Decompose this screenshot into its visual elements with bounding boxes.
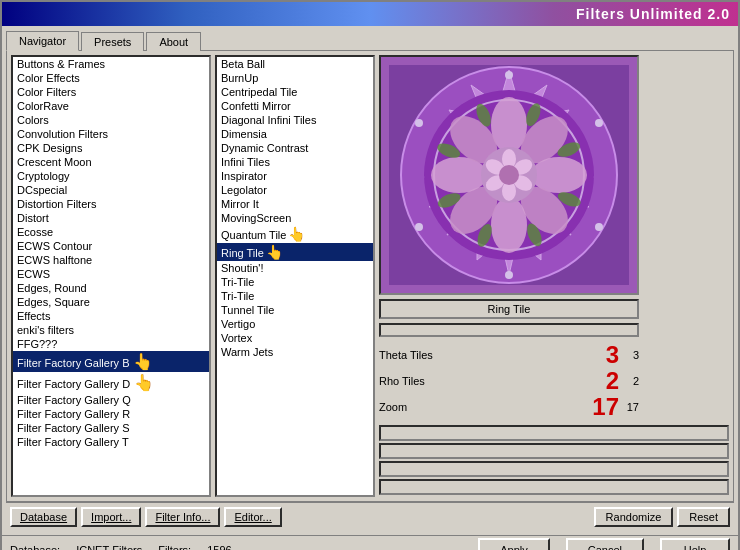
category-item[interactable]: Effects xyxy=(13,309,209,323)
cancel-button[interactable]: Cancel xyxy=(566,538,644,550)
editor-button[interactable]: Editor... xyxy=(224,507,281,527)
filter-item[interactable]: Legolator xyxy=(217,183,373,197)
param-big-value: 17 xyxy=(589,395,619,419)
filter-list[interactable]: Beta BallBurnUpCentripedal TileConfetti … xyxy=(215,55,375,497)
category-item[interactable]: Edges, Square xyxy=(13,295,209,309)
category-item[interactable]: Distort xyxy=(13,211,209,225)
filter-name-display: Ring Tile xyxy=(379,299,639,319)
randomize-button[interactable]: Randomize xyxy=(594,507,674,527)
category-item[interactable]: Convolution Filters xyxy=(13,127,209,141)
filter-item[interactable]: Diagonal Infini Tiles xyxy=(217,113,373,127)
filter-item[interactable]: Vertigo xyxy=(217,317,373,331)
svg-point-31 xyxy=(595,223,603,231)
tab-navigator[interactable]: Navigator xyxy=(6,31,79,51)
filter-item[interactable]: Mirror It xyxy=(217,197,373,211)
param-small-value: 2 xyxy=(619,375,639,387)
param-label: Rho Tiles xyxy=(379,375,589,387)
main-window: Filters Unlimited 2.0 Navigator Presets … xyxy=(0,0,740,550)
category-item[interactable]: Filter Factory Gallery S xyxy=(13,421,209,435)
category-item[interactable]: Buttons & Frames xyxy=(13,57,209,71)
filter-item[interactable]: Inspirator xyxy=(217,169,373,183)
tab-about[interactable]: About xyxy=(146,32,201,51)
param-input-empty[interactable] xyxy=(379,479,729,495)
db-value: ICNET-Filters xyxy=(76,544,142,550)
filter-slider[interactable] xyxy=(379,323,639,337)
category-list[interactable]: Buttons & FramesColor EffectsColor Filte… xyxy=(11,55,211,497)
param-small-value: 17 xyxy=(619,401,639,413)
svg-point-30 xyxy=(595,119,603,127)
status-bar: Database: ICNET-Filters Filters: 1596 Ap… xyxy=(2,535,738,550)
category-item[interactable]: Cryptology xyxy=(13,169,209,183)
category-item[interactable]: Filter Factory Gallery B👆 xyxy=(13,351,209,372)
main-content: Navigator Presets About Buttons & Frames… xyxy=(2,26,738,535)
param-row: Zoom 17 17 xyxy=(379,395,639,419)
param-input-empty[interactable] xyxy=(379,461,729,477)
db-label: Database: xyxy=(10,544,60,550)
svg-point-28 xyxy=(499,165,519,185)
param-input-empty[interactable] xyxy=(379,443,729,459)
category-item[interactable]: Crescent Moon xyxy=(13,155,209,169)
svg-point-32 xyxy=(505,271,513,279)
params-panel: Theta Tiles 3 3 Rho Tiles 2 2 Zoom 17 17 xyxy=(379,343,639,421)
category-item[interactable]: ColorRave xyxy=(13,99,209,113)
filter-item[interactable]: Shoutin'! xyxy=(217,261,373,275)
help-button[interactable]: Help xyxy=(660,538,730,550)
category-item[interactable]: Color Effects xyxy=(13,71,209,85)
tab-content: Buttons & FramesColor EffectsColor Filte… xyxy=(6,50,734,502)
filter-item[interactable]: Infini Tiles xyxy=(217,155,373,169)
category-item[interactable]: ECWS Contour xyxy=(13,239,209,253)
param-input-empty[interactable] xyxy=(379,425,729,441)
app-title: Filters Unlimited 2.0 xyxy=(576,6,730,22)
param-small-value: 3 xyxy=(619,349,639,361)
filter-item[interactable]: Centripedal Tile xyxy=(217,85,373,99)
category-item[interactable]: CPK Designs xyxy=(13,141,209,155)
category-item[interactable]: Colors xyxy=(13,113,209,127)
database-button[interactable]: Database xyxy=(10,507,77,527)
param-row: Rho Tiles 2 2 xyxy=(379,369,639,393)
category-item[interactable]: Filter Factory Gallery T xyxy=(13,435,209,449)
category-item[interactable]: Filter Factory Gallery Q xyxy=(13,393,209,407)
svg-point-29 xyxy=(505,71,513,79)
filter-item[interactable]: Ring Tile👆 xyxy=(217,243,373,261)
filter-item[interactable]: BurnUp xyxy=(217,71,373,85)
filter-panel: Beta BallBurnUpCentripedal TileConfetti … xyxy=(215,55,375,497)
preview-image xyxy=(379,55,639,295)
tab-presets[interactable]: Presets xyxy=(81,32,144,51)
category-item[interactable]: Color Filters xyxy=(13,85,209,99)
param-row: Theta Tiles 3 3 xyxy=(379,343,639,367)
filter-item[interactable]: Tri-Tile xyxy=(217,289,373,303)
param-label: Theta Tiles xyxy=(379,349,589,361)
category-item[interactable]: Edges, Round xyxy=(13,281,209,295)
filter-info-button[interactable]: Filter Info... xyxy=(145,507,220,527)
param-label: Zoom xyxy=(379,401,589,413)
category-item[interactable]: Filter Factory Gallery R xyxy=(13,407,209,421)
extra-inputs xyxy=(379,425,729,497)
filter-item[interactable]: Warm Jets xyxy=(217,345,373,359)
filters-label: Filters: xyxy=(158,544,191,550)
filter-item[interactable]: Vortex xyxy=(217,331,373,345)
filter-item[interactable]: Dimensia xyxy=(217,127,373,141)
category-item[interactable]: enki's filters xyxy=(13,323,209,337)
svg-point-34 xyxy=(415,119,423,127)
filter-item[interactable]: Quantum Tile👆 xyxy=(217,225,373,243)
category-item[interactable]: Distortion Filters xyxy=(13,197,209,211)
category-item[interactable]: ECWS halftone xyxy=(13,253,209,267)
preview-panel: Ring Tile Theta Tiles 3 3 Rho Tiles 2 2 … xyxy=(379,55,729,497)
category-item[interactable]: Filter Factory Gallery D👆 xyxy=(13,372,209,393)
category-item[interactable]: FFG??? xyxy=(13,337,209,351)
reset-button[interactable]: Reset xyxy=(677,507,730,527)
filter-item[interactable]: Tri-Tile xyxy=(217,275,373,289)
filter-item[interactable]: Beta Ball xyxy=(217,57,373,71)
bottom-toolbar: Database Import... Filter Info... Editor… xyxy=(6,502,734,531)
filter-item[interactable]: MovingScreen xyxy=(217,211,373,225)
filters-count: 1596 xyxy=(207,544,231,550)
filter-item[interactable]: Confetti Mirror xyxy=(217,99,373,113)
category-item[interactable]: DCspecial xyxy=(13,183,209,197)
param-big-value: 2 xyxy=(589,369,619,393)
filter-item[interactable]: Dynamic Contrast xyxy=(217,141,373,155)
filter-item[interactable]: Tunnel Tile xyxy=(217,303,373,317)
import-button[interactable]: Import... xyxy=(81,507,141,527)
apply-button[interactable]: Apply xyxy=(478,538,550,550)
category-item[interactable]: Ecosse xyxy=(13,225,209,239)
category-item[interactable]: ECWS xyxy=(13,267,209,281)
